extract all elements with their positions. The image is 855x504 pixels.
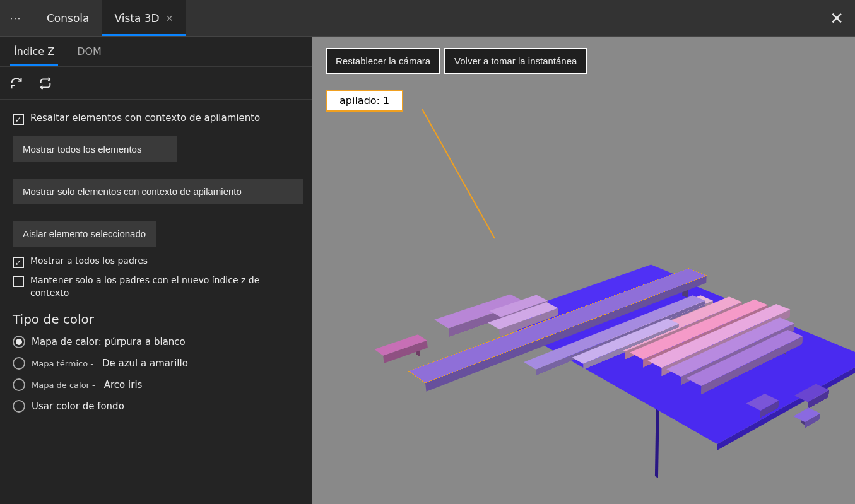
stacking-tooltip: apilado: 1: [326, 90, 403, 112]
toolbar: [0, 67, 312, 100]
checkbox-icon[interactable]: [13, 114, 24, 125]
radio-icon[interactable]: [13, 357, 25, 370]
top-bar: ⋯ Consola Vista 3D ✕ ✕: [0, 0, 855, 37]
canvas-buttons: Restablecer la cámara Volver a tomar la …: [326, 48, 587, 74]
sync-icon[interactable]: [38, 76, 53, 91]
color-type-heading: Tipo de color: [13, 312, 300, 327]
radio-background[interactable]: Usar color de fondo: [13, 400, 300, 413]
button-label: Restablecer la cámara: [336, 56, 430, 66]
refresh-icon[interactable]: [9, 76, 24, 91]
checkbox-highlight-stacking[interactable]: Resaltar elementos con contexto de apila…: [13, 112, 300, 125]
checkbox-keep-parents[interactable]: Mantener solo a los padres con el nuevo …: [13, 274, 300, 299]
radio-label: Usar color de fondo: [32, 401, 124, 412]
radio-icon[interactable]: [13, 378, 25, 391]
sub-tabs: Índice Z DOM: [0, 37, 312, 67]
radio-icon[interactable]: [13, 336, 25, 348]
subtab-dom[interactable]: DOM: [66, 37, 113, 66]
checkbox-icon[interactable]: [13, 276, 24, 287]
button-label: Mostrar solo elementos con contexto de a…: [23, 186, 242, 197]
button-label: Aislar elemento seleccionado: [23, 228, 146, 239]
retake-snapshot-button[interactable]: Volver a tomar la instantánea: [444, 48, 587, 74]
checkbox-label: Mantener solo a los padres con el nuevo …: [30, 274, 300, 299]
top-tabs: Consola Vista 3D ✕: [34, 0, 186, 36]
3d-canvas[interactable]: Restablecer la cámara Volver a tomar la …: [312, 37, 855, 504]
main: Índice Z DOM Resaltar elementos con cont…: [0, 37, 855, 504]
radio-label: Mapa de calor: púrpura a blanco: [32, 336, 186, 348]
more-icon[interactable]: ⋯: [6, 9, 25, 28]
subtab-label: DOM: [77, 45, 102, 57]
checkbox-icon[interactable]: [13, 257, 24, 268]
tab-label: Consola: [47, 12, 89, 25]
radio-rainbow[interactable]: Mapa de calor - Arco iris: [13, 378, 300, 391]
radio-label: De azul a amarillo: [102, 358, 188, 369]
isolate-button[interactable]: Aislar elemento seleccionado: [13, 221, 156, 247]
options-panel: Resaltar elementos con contexto de apila…: [0, 100, 312, 434]
button-label: Volver a tomar la instantánea: [454, 56, 577, 66]
sidebar: Índice Z DOM Resaltar elementos con cont…: [0, 37, 312, 504]
show-stacking-button[interactable]: Mostrar solo elementos con contexto de a…: [13, 179, 303, 204]
radio-purple-white[interactable]: Mapa de calor: púrpura a blanco: [13, 336, 300, 348]
radio-label-prefix: Mapa térmico -: [32, 359, 93, 368]
radio-label: Arco iris: [104, 379, 143, 390]
checkbox-label: Mostrar a todos los padres: [30, 255, 148, 266]
show-all-button[interactable]: Mostrar todos los elementos: [13, 136, 177, 162]
tab-label: Vista 3D: [114, 12, 159, 25]
radio-icon[interactable]: [13, 400, 25, 413]
close-panel-icon[interactable]: ✕: [830, 9, 844, 28]
radio-label-prefix: Mapa de calor -: [32, 380, 95, 390]
button-label: Mostrar todos los elementos: [23, 144, 141, 155]
subtab-indice-z[interactable]: Índice Z: [3, 37, 66, 66]
checkbox-label: Resaltar elementos con contexto de apila…: [30, 112, 260, 124]
subtab-label: Índice Z: [14, 45, 54, 57]
checkbox-show-parents[interactable]: Mostrar a todos los padres: [13, 255, 300, 268]
tab-consola[interactable]: Consola: [34, 0, 102, 36]
close-icon[interactable]: ✕: [166, 13, 174, 23]
radio-blue-yellow[interactable]: Mapa térmico - De azul a amarillo: [13, 357, 300, 370]
tooltip-text: apilado: 1: [339, 95, 389, 107]
reset-camera-button[interactable]: Restablecer la cámara: [326, 48, 440, 74]
3d-world: [312, 250, 855, 504]
tab-vista3d[interactable]: Vista 3D ✕: [102, 0, 186, 36]
3d-scene: [375, 144, 855, 504]
